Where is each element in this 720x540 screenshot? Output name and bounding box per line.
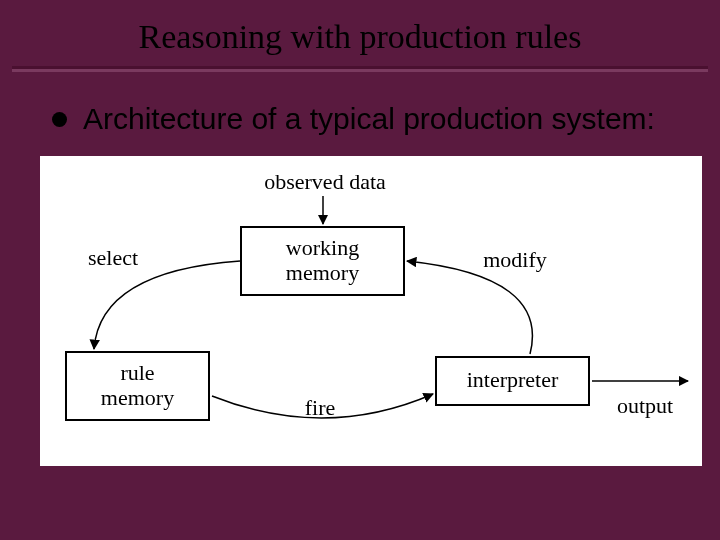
modify-label: modify (475, 248, 555, 272)
subtitle-row: Architecture of a typical production sys… (0, 72, 720, 156)
working-memory-box: working memory (240, 226, 405, 296)
output-label: output (610, 394, 680, 418)
subtitle-text: Architecture of a typical production sys… (83, 100, 655, 138)
observed-data-label: observed data (235, 170, 415, 194)
select-label: select (78, 246, 148, 270)
interpreter-box: interpreter (435, 356, 590, 406)
bullet-icon (52, 112, 67, 127)
slide-title: Reasoning with production rules (0, 0, 720, 66)
rule-memory-box: rule memory (65, 351, 210, 421)
diagram-panel: observed data working memory select modi… (40, 156, 702, 466)
fire-label: fire (290, 396, 350, 420)
